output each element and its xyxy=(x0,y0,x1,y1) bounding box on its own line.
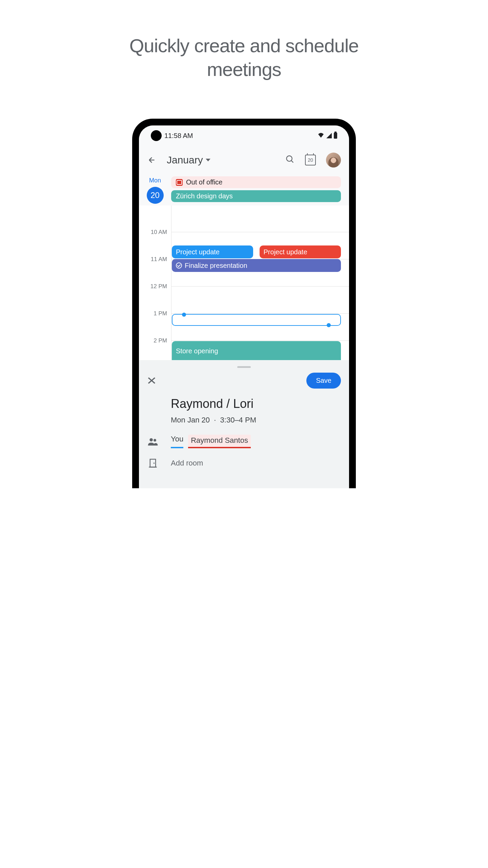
day-column: Mon 20 xyxy=(139,174,171,204)
add-room-label: Add room xyxy=(171,459,203,468)
app-header: January 20 xyxy=(139,146,349,174)
time-label: 12 PM xyxy=(139,283,171,310)
status-icons xyxy=(318,132,337,139)
event-time: 3:30–4 PM xyxy=(220,416,256,424)
timed-event[interactable]: Project update xyxy=(172,245,253,258)
attendee-chips: You Raymond Santos xyxy=(171,435,251,448)
time-label: 10 AM xyxy=(139,229,171,256)
status-bar: 11:58 AM xyxy=(139,125,349,146)
room-row[interactable]: Add room xyxy=(147,458,341,468)
avatar[interactable] xyxy=(326,153,341,167)
timed-event[interactable]: Finalize presentation xyxy=(172,259,341,272)
event-datetime[interactable]: Mon Jan 20 · 3:30–4 PM xyxy=(171,416,341,425)
door-icon xyxy=(147,458,159,468)
marketing-headline: Quickly create and schedule meetings xyxy=(105,34,383,81)
sheet-header: ✕ Save xyxy=(147,373,341,389)
event-label: Out of office xyxy=(186,178,222,186)
chevron-down-icon xyxy=(206,159,210,161)
camera-cutout xyxy=(151,130,162,141)
attendee-chip-you[interactable]: You xyxy=(171,435,183,448)
people-icon xyxy=(147,437,159,446)
time-label: 2 PM xyxy=(139,337,171,358)
calendar-allday-area: Mon 20 Out of office Zürich design days xyxy=(139,174,349,204)
events-layer: Project update Project update Finalize p… xyxy=(171,205,341,361)
day-number[interactable]: 20 xyxy=(147,187,164,204)
allday-event-ooo[interactable]: Out of office xyxy=(171,176,341,188)
check-circle-icon xyxy=(176,262,182,269)
timed-event[interactable]: Store opening xyxy=(172,341,341,361)
drag-handle-bottom[interactable] xyxy=(327,323,331,327)
sheet-drag-handle[interactable] xyxy=(237,366,251,368)
back-button[interactable] xyxy=(147,155,157,165)
timeline[interactable]: 10 AM 11 AM 12 PM 1 PM 2 PM Proje xyxy=(139,205,349,361)
event-date: Mon Jan 20 xyxy=(171,416,210,424)
event-label: Finalize presentation xyxy=(185,262,247,270)
briefcase-icon xyxy=(176,179,183,186)
status-time: 11:58 AM xyxy=(164,132,193,140)
search-button[interactable] xyxy=(285,155,295,165)
svg-line-1 xyxy=(291,161,293,163)
svg-point-2 xyxy=(149,438,153,441)
signal-icon xyxy=(326,133,332,138)
time-label: 11 AM xyxy=(139,256,171,283)
time-label: 1 PM xyxy=(139,310,171,337)
svg-rect-4 xyxy=(150,459,156,467)
event-label: Project update xyxy=(176,248,220,256)
svg-point-3 xyxy=(154,439,156,442)
day-label: Mon xyxy=(139,177,171,184)
close-button[interactable]: ✕ xyxy=(146,375,157,386)
time-label xyxy=(139,202,171,229)
drag-handle-top[interactable] xyxy=(182,313,186,317)
allday-events: Out of office Zürich design days xyxy=(171,174,349,204)
event-label: Store opening xyxy=(176,347,218,355)
wifi-icon xyxy=(318,132,324,139)
svg-point-6 xyxy=(154,462,155,464)
today-button[interactable]: 20 xyxy=(305,155,316,165)
allday-event[interactable]: Zürich design days xyxy=(171,190,341,202)
svg-point-0 xyxy=(287,156,292,161)
new-event-slot[interactable] xyxy=(172,314,341,326)
month-label: January xyxy=(167,154,203,166)
attendees-row[interactable]: You Raymond Santos xyxy=(147,435,341,448)
timed-event[interactable]: Project update xyxy=(260,245,341,258)
phone-screen: 11:58 AM January 20 xyxy=(139,125,349,488)
month-dropdown[interactable]: January xyxy=(167,154,275,166)
save-button[interactable]: Save xyxy=(306,373,341,389)
attendee-chip-raymond[interactable]: Raymond Santos xyxy=(188,435,251,448)
event-title-input[interactable]: Raymond / Lori xyxy=(171,397,341,411)
separator: · xyxy=(214,416,216,424)
battery-icon xyxy=(334,133,337,139)
phone-frame: 11:58 AM January 20 xyxy=(132,119,356,488)
event-label: Zürich design days xyxy=(176,192,233,200)
event-label: Project update xyxy=(264,248,307,256)
bottom-sheet: ✕ Save Raymond / Lori Mon Jan 20 · 3:30–… xyxy=(139,360,349,488)
